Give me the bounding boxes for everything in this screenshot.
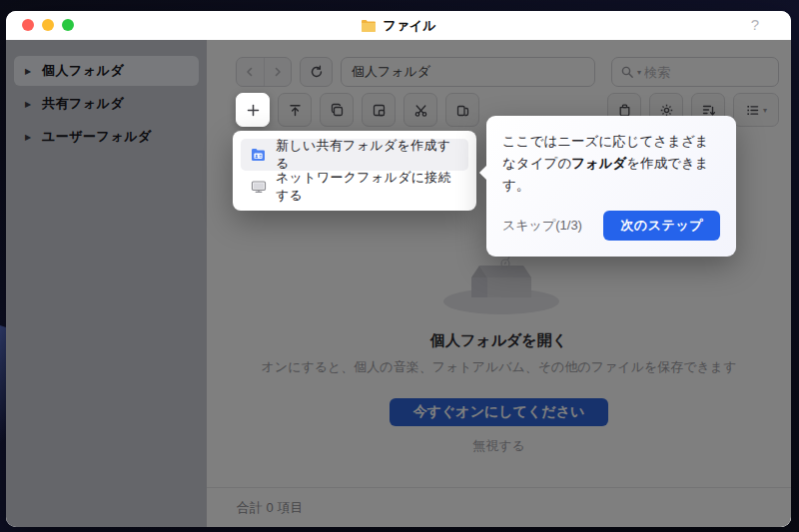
zoom-icon[interactable] [62, 19, 74, 31]
titlebar: ファイル ? [6, 11, 791, 40]
menu-item-connect-network-folder[interactable]: ネットワークフォルダに接続する [241, 171, 468, 203]
close-icon[interactable] [22, 19, 34, 31]
app-window: ファイル ? ▶ 個人フォルダ ▶ 共有フォルダ ▶ ユーザーフォルダ [6, 11, 791, 527]
tour-footer: スキップ(1/3) 次のステップ [502, 211, 720, 241]
folder-app-icon [361, 19, 377, 32]
tour-tooltip: ここではニーズに応じてさまざまなタイプのフォルダを作成できます。 スキップ(1/… [486, 116, 736, 257]
tour-next-button[interactable]: 次のステップ [603, 211, 720, 241]
network-folder-icon [251, 180, 267, 194]
window-title: ファイル [383, 17, 435, 35]
shared-folder-icon [251, 148, 267, 162]
help-icon[interactable]: ? [751, 16, 759, 33]
create-dropdown-menu: 新しい共有フォルダを作成する ネットワークフォルダに接続する [233, 131, 476, 211]
create-button[interactable] [236, 93, 270, 127]
tour-text: ここではニーズに応じてさまざまなタイプのフォルダを作成できます。 [502, 131, 720, 197]
traffic-lights [22, 19, 74, 31]
plus-icon [246, 103, 261, 118]
menu-item-create-shared-folder[interactable]: 新しい共有フォルダを作成する [241, 139, 468, 171]
tour-skip-link[interactable]: スキップ(1/3) [502, 217, 582, 235]
tour-dim-overlay [6, 40, 791, 527]
minimize-icon[interactable] [42, 19, 54, 31]
window-title-wrap: ファイル [361, 17, 435, 35]
